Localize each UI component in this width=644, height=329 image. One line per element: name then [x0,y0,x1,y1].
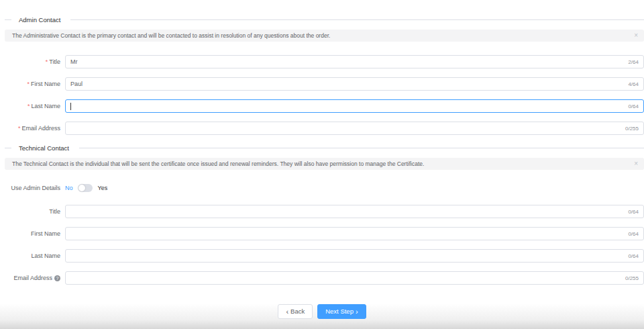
field-label: * First Name [5,230,65,237]
certificate-order-contacts-page: Admin Contact The Administrative Contact… [0,0,644,329]
char-counter: 0/255 [621,126,639,132]
admin-contact-title: Admin Contact [19,16,60,23]
technical-info-alert: The Technical Contact is the individual … [5,158,644,170]
required-asterisk: * [46,58,48,65]
back-button-label: Back [290,308,305,315]
next-step-button-label: Next Step [325,308,354,315]
char-counter: 0/64 [624,103,639,109]
text-input[interactable]: 0/64 [65,249,644,263]
text-input[interactable]: Mr 2/64 [65,55,644,68]
switch-on-label: Yes [98,185,108,191]
form-field-row: * Title Mr 2/64 [5,55,644,68]
technical-fields: * Title 0/64 * First Name 0/64 * Last Na… [5,205,644,285]
text-input[interactable]: 0/64 [65,99,644,113]
use-admin-details-row: Use Admin Details No Yes [5,183,644,193]
form-footer: ‹ Back Next Step › [5,304,644,319]
text-cursor [70,103,71,110]
text-input[interactable]: Paul 4/64 [65,77,644,91]
technical-alert-text: The Technical Contact is the individual … [12,160,424,167]
technical-contact-section: Technical Contact The Technical Contact … [5,144,644,285]
text-input[interactable]: 0/255 [65,122,644,135]
admin-contact-section: Admin Contact The Administrative Contact… [5,15,644,135]
technical-contact-title: Technical Contact [19,144,69,152]
chevron-left-icon: ‹ [286,308,288,316]
form-field-row: * Email Address 0/255 [5,122,644,135]
field-label: * First Name [5,81,65,87]
text-input[interactable]: 0/255 [65,271,644,285]
switch-knob [78,185,85,191]
field-label: * Email Address [5,125,65,132]
back-button[interactable]: ‹ Back [278,304,313,319]
close-icon[interactable]: × [634,160,638,167]
question-icon[interactable]: ? [54,275,60,281]
use-admin-details-label: Use Admin Details [5,185,65,191]
input-value: Mr [70,58,78,65]
form-field-row: * First Name Paul 4/64 [5,77,644,91]
field-label: * Title [5,58,65,65]
text-input[interactable]: 0/64 [65,227,644,240]
char-counter: 0/64 [624,231,639,237]
use-admin-details-switch[interactable] [78,184,93,192]
next-step-button[interactable]: Next Step › [317,304,366,319]
form-field-row: * Title 0/64 [5,205,644,218]
field-label: * Title [5,208,65,215]
text-input[interactable]: 0/64 [65,205,644,218]
admin-alert-text: The Administrative Contact is the primar… [12,32,330,39]
char-counter: 0/64 [624,253,639,259]
field-label: * Last Name [5,252,65,259]
form-field-row: * First Name 0/64 [5,227,644,240]
required-asterisk: * [27,81,30,87]
admin-contact-divider: Admin Contact [5,15,644,23]
admin-fields: * Title Mr 2/64 * First Name Paul 4/64 *… [5,55,644,135]
form-field-row: * Last Name 0/64 [5,249,644,263]
field-label: * Last Name [5,103,65,109]
input-value: Paul [70,81,83,87]
form-field-row: * Last Name 0/64 [5,99,644,113]
char-counter: 4/64 [624,81,639,87]
technical-contact-divider: Technical Contact [5,144,644,152]
form-field-row: * Email Address ? 0/255 [5,271,644,285]
char-counter: 2/64 [624,59,639,65]
field-label: * Email Address ? [5,275,65,281]
admin-info-alert: The Administrative Contact is the primar… [5,30,644,42]
char-counter: 0/64 [624,209,639,215]
required-asterisk: * [28,103,30,109]
char-counter: 0/255 [621,275,639,281]
chevron-right-icon: › [356,308,358,316]
required-asterisk: * [18,125,21,132]
close-icon[interactable]: × [634,32,638,39]
switch-off-label: No [65,185,73,191]
